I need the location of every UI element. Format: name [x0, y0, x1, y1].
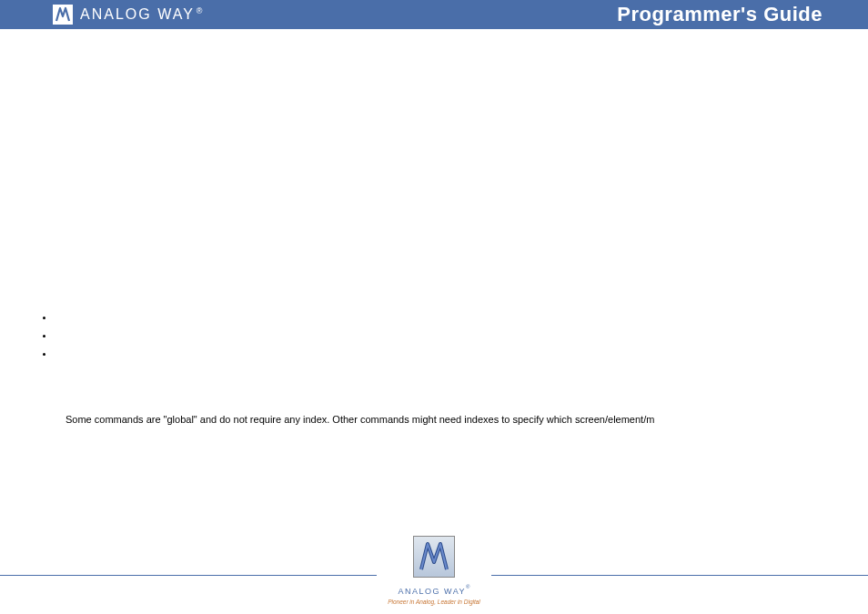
brand-registered-mark: ®	[197, 6, 203, 15]
footer-tagline: Pioneer in Analog, Leader in Digital	[388, 599, 480, 605]
footer-logo-icon	[413, 536, 455, 578]
brand-name: ANALOG WAY	[80, 6, 195, 22]
header-bar: ANALOG WAY® Programmer's Guide	[0, 0, 868, 29]
content-area: Some commands are "global" and do not re…	[0, 29, 868, 539]
paragraph-text: Some commands are "global" and do not re…	[66, 413, 832, 427]
footer: ANALOG WAY® Pioneer in Analog, Leader in…	[0, 536, 868, 614]
brand-icon	[53, 5, 73, 25]
footer-logo-wrap: ANALOG WAY® Pioneer in Analog, Leader in…	[377, 536, 491, 605]
footer-brand-text: ANALOG WAY	[399, 587, 467, 596]
footer-brand-registered-mark: ®	[466, 584, 469, 589]
brand-left: ANALOG WAY®	[53, 5, 202, 25]
footer-brand-line: ANALOG WAY®	[399, 581, 470, 598]
brand-text: ANALOG WAY®	[80, 6, 202, 23]
page-title: Programmer's Guide	[617, 3, 823, 26]
